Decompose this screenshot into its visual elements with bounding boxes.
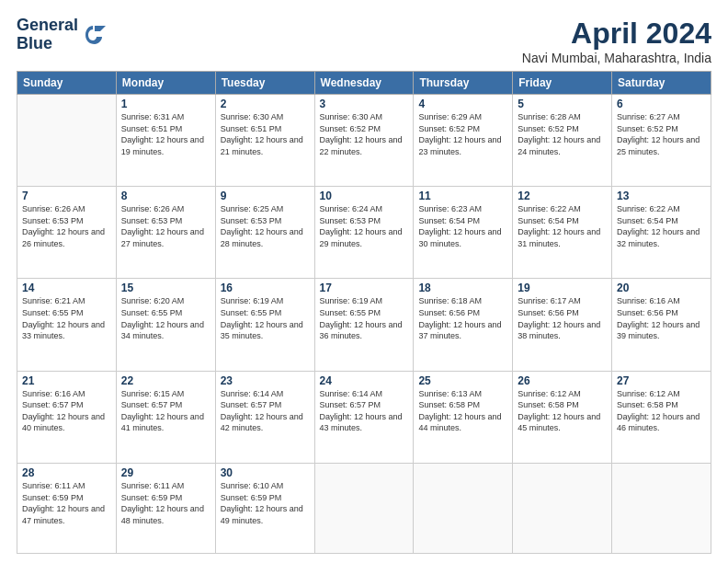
day-number: 6: [617, 98, 706, 110]
day-number: 14: [22, 282, 111, 294]
cell-info: Sunrise: 6:22 AMSunset: 6:54 PMDaylight:…: [617, 203, 706, 249]
col-header-wednesday: Wednesday: [314, 72, 414, 95]
cell-info: Sunrise: 6:30 AMSunset: 6:51 PMDaylight:…: [221, 111, 310, 157]
cell-4-0: 28Sunrise: 6:11 AMSunset: 6:59 PMDayligh…: [17, 463, 117, 553]
calendar-table: SundayMondayTuesdayWednesdayThursdayFrid…: [17, 71, 711, 554]
cell-3-4: 25Sunrise: 6:13 AMSunset: 6:58 PMDayligh…: [414, 371, 513, 463]
day-number: 4: [418, 98, 507, 110]
cell-info: Sunrise: 6:11 AMSunset: 6:59 PMDaylight:…: [121, 480, 210, 526]
cell-1-5: 12Sunrise: 6:22 AMSunset: 6:54 PMDayligh…: [513, 187, 612, 279]
col-header-monday: Monday: [116, 72, 215, 95]
cell-4-5: [513, 463, 612, 553]
cell-info: Sunrise: 6:17 AMSunset: 6:56 PMDaylight:…: [518, 295, 607, 341]
cell-info: Sunrise: 6:18 AMSunset: 6:56 PMDaylight:…: [418, 295, 507, 341]
day-number: 7: [22, 190, 111, 202]
cell-0-1: 1Sunrise: 6:31 AMSunset: 6:51 PMDaylight…: [116, 95, 215, 187]
week-row-1: 7Sunrise: 6:26 AMSunset: 6:53 PMDaylight…: [17, 187, 711, 279]
cell-info: Sunrise: 6:11 AMSunset: 6:59 PMDaylight:…: [22, 480, 111, 526]
cell-info: Sunrise: 6:16 AMSunset: 6:56 PMDaylight:…: [617, 295, 706, 341]
cell-info: Sunrise: 6:16 AMSunset: 6:57 PMDaylight:…: [22, 388, 111, 434]
cell-3-1: 22Sunrise: 6:15 AMSunset: 6:57 PMDayligh…: [116, 371, 215, 463]
cell-info: Sunrise: 6:21 AMSunset: 6:55 PMDaylight:…: [22, 295, 111, 341]
day-number: 22: [121, 374, 210, 387]
day-number: 30: [221, 466, 310, 479]
cell-info: Sunrise: 6:22 AMSunset: 6:54 PMDaylight:…: [518, 203, 607, 249]
week-row-2: 14Sunrise: 6:21 AMSunset: 6:55 PMDayligh…: [17, 279, 711, 371]
cell-1-1: 8Sunrise: 6:26 AMSunset: 6:53 PMDaylight…: [116, 187, 215, 279]
cell-4-6: [612, 463, 711, 553]
cell-3-5: 26Sunrise: 6:12 AMSunset: 6:58 PMDayligh…: [513, 371, 612, 463]
day-number: 3: [320, 98, 409, 110]
cell-2-3: 17Sunrise: 6:19 AMSunset: 6:55 PMDayligh…: [314, 279, 414, 371]
day-number: 11: [418, 190, 507, 202]
cell-1-6: 13Sunrise: 6:22 AMSunset: 6:54 PMDayligh…: [612, 187, 711, 279]
cell-info: Sunrise: 6:14 AMSunset: 6:57 PMDaylight:…: [320, 388, 409, 434]
cell-3-0: 21Sunrise: 6:16 AMSunset: 6:57 PMDayligh…: [17, 371, 117, 463]
title-block: April 2024 Navi Mumbai, Maharashtra, Ind…: [522, 17, 711, 65]
week-row-3: 21Sunrise: 6:16 AMSunset: 6:57 PMDayligh…: [17, 371, 711, 463]
cell-0-3: 3Sunrise: 6:30 AMSunset: 6:52 PMDaylight…: [314, 95, 414, 187]
day-number: 13: [617, 190, 706, 202]
day-number: 24: [320, 374, 409, 387]
cell-4-2: 30Sunrise: 6:10 AMSunset: 6:59 PMDayligh…: [215, 463, 314, 553]
cell-1-3: 10Sunrise: 6:24 AMSunset: 6:53 PMDayligh…: [314, 187, 414, 279]
header: GeneralBlue April 2024 Navi Mumbai, Maha…: [17, 17, 711, 65]
cell-info: Sunrise: 6:19 AMSunset: 6:55 PMDaylight:…: [320, 295, 409, 341]
week-row-0: 1Sunrise: 6:31 AMSunset: 6:51 PMDaylight…: [17, 95, 711, 187]
cell-4-3: [314, 463, 414, 553]
col-header-tuesday: Tuesday: [215, 72, 314, 95]
cell-info: Sunrise: 6:27 AMSunset: 6:52 PMDaylight:…: [617, 111, 706, 157]
day-number: 29: [121, 466, 210, 479]
day-number: 25: [418, 374, 507, 387]
day-number: 9: [221, 190, 310, 202]
cell-4-4: [414, 463, 513, 553]
day-number: 19: [518, 282, 607, 294]
cell-info: Sunrise: 6:23 AMSunset: 6:54 PMDaylight:…: [418, 203, 507, 249]
cell-info: Sunrise: 6:26 AMSunset: 6:53 PMDaylight:…: [22, 203, 111, 249]
logo-icon: [80, 22, 106, 48]
day-number: 17: [320, 282, 409, 294]
day-number: 18: [418, 282, 507, 294]
cell-info: Sunrise: 6:20 AMSunset: 6:55 PMDaylight:…: [121, 295, 210, 341]
day-number: 10: [320, 190, 409, 202]
col-header-sunday: Sunday: [17, 72, 117, 95]
cell-0-4: 4Sunrise: 6:29 AMSunset: 6:52 PMDaylight…: [414, 95, 513, 187]
col-header-thursday: Thursday: [414, 72, 513, 95]
day-number: 8: [121, 190, 210, 202]
day-number: 1: [121, 98, 210, 110]
cell-info: Sunrise: 6:31 AMSunset: 6:51 PMDaylight:…: [121, 111, 210, 157]
location: Navi Mumbai, Maharashtra, India: [522, 51, 711, 65]
cell-info: Sunrise: 6:14 AMSunset: 6:57 PMDaylight:…: [221, 388, 310, 434]
col-header-friday: Friday: [513, 72, 612, 95]
logo: GeneralBlue: [17, 17, 106, 53]
day-number: 20: [617, 282, 706, 294]
cell-3-3: 24Sunrise: 6:14 AMSunset: 6:57 PMDayligh…: [314, 371, 414, 463]
week-row-4: 28Sunrise: 6:11 AMSunset: 6:59 PMDayligh…: [17, 463, 711, 553]
cell-2-2: 16Sunrise: 6:19 AMSunset: 6:55 PMDayligh…: [215, 279, 314, 371]
cell-0-6: 6Sunrise: 6:27 AMSunset: 6:52 PMDaylight…: [612, 95, 711, 187]
header-row: SundayMondayTuesdayWednesdayThursdayFrid…: [17, 72, 711, 95]
cell-info: Sunrise: 6:12 AMSunset: 6:58 PMDaylight:…: [617, 388, 706, 434]
cell-0-2: 2Sunrise: 6:30 AMSunset: 6:51 PMDaylight…: [215, 95, 314, 187]
cell-1-2: 9Sunrise: 6:25 AMSunset: 6:53 PMDaylight…: [215, 187, 314, 279]
cell-2-5: 19Sunrise: 6:17 AMSunset: 6:56 PMDayligh…: [513, 279, 612, 371]
day-number: 23: [221, 374, 310, 387]
cell-info: Sunrise: 6:15 AMSunset: 6:57 PMDaylight:…: [121, 388, 210, 434]
cell-2-6: 20Sunrise: 6:16 AMSunset: 6:56 PMDayligh…: [612, 279, 711, 371]
cell-3-6: 27Sunrise: 6:12 AMSunset: 6:58 PMDayligh…: [612, 371, 711, 463]
cell-0-0: [17, 95, 117, 187]
day-number: 12: [518, 190, 607, 202]
cell-3-2: 23Sunrise: 6:14 AMSunset: 6:57 PMDayligh…: [215, 371, 314, 463]
col-header-saturday: Saturday: [612, 72, 711, 95]
cell-info: Sunrise: 6:29 AMSunset: 6:52 PMDaylight:…: [418, 111, 507, 157]
cell-info: Sunrise: 6:30 AMSunset: 6:52 PMDaylight:…: [320, 111, 409, 157]
cell-info: Sunrise: 6:25 AMSunset: 6:53 PMDaylight:…: [221, 203, 310, 249]
cell-info: Sunrise: 6:10 AMSunset: 6:59 PMDaylight:…: [221, 480, 310, 526]
cell-2-0: 14Sunrise: 6:21 AMSunset: 6:55 PMDayligh…: [17, 279, 117, 371]
logo-text: GeneralBlue: [17, 17, 78, 53]
day-number: 28: [22, 466, 111, 479]
month-title: April 2024: [522, 17, 711, 51]
cell-info: Sunrise: 6:26 AMSunset: 6:53 PMDaylight:…: [121, 203, 210, 249]
cell-0-5: 5Sunrise: 6:28 AMSunset: 6:52 PMDaylight…: [513, 95, 612, 187]
cell-info: Sunrise: 6:19 AMSunset: 6:55 PMDaylight:…: [221, 295, 310, 341]
